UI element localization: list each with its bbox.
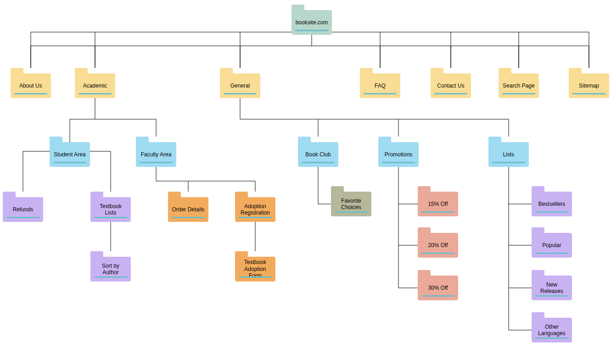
node-sitemap[interactable]: Sitemap <box>569 73 609 98</box>
label: Adoption Registration <box>238 203 273 216</box>
node-faq[interactable]: FAQ <box>360 73 400 98</box>
node-15-off[interactable]: 15% Off <box>418 192 458 216</box>
node-root[interactable]: booksite.com <box>291 10 332 35</box>
label: Refunds <box>13 206 34 213</box>
node-about-us[interactable]: About Us <box>11 73 51 98</box>
label: Search Page <box>503 83 534 89</box>
node-30-off[interactable]: 30% Off <box>418 276 458 300</box>
connectors-main <box>0 0 611 364</box>
node-other-languages[interactable]: Other Languages <box>532 318 572 342</box>
label: General <box>230 83 250 89</box>
node-textbook-lists[interactable]: Textbook Lists <box>90 197 131 222</box>
label: Other Languages <box>534 324 569 337</box>
label: FAQ <box>375 83 386 89</box>
label-root: booksite.com <box>296 19 328 26</box>
node-new-releases[interactable]: New Releases <box>532 276 572 300</box>
label: Sitemap <box>579 83 599 89</box>
node-20-off[interactable]: 20% Off <box>418 233 458 258</box>
node-student-area[interactable]: Student Area <box>50 142 90 167</box>
node-refunds[interactable]: Refunds <box>3 197 43 222</box>
label: 20% Off <box>428 242 448 248</box>
label: Academic <box>83 83 107 89</box>
node-contact-us[interactable]: Contact Us <box>431 73 471 98</box>
node-bestsellers[interactable]: Bestsellers <box>532 192 572 216</box>
node-promotions[interactable]: Promotions <box>378 142 419 167</box>
label: Faculty Area <box>141 151 172 158</box>
node-adoption-registration[interactable]: Adoption Registration <box>235 197 275 222</box>
node-order-details[interactable]: Order Details <box>168 197 208 222</box>
label: Favorite Choices <box>334 198 369 211</box>
label: Bestsellers <box>538 201 566 207</box>
connectors <box>0 0 611 364</box>
node-textbook-adoption-form[interactable]: Textbook Adoption Form <box>235 257 275 281</box>
label: 15% Off <box>428 201 448 207</box>
label: About Us <box>19 83 42 89</box>
label: Sort by Author <box>93 263 128 276</box>
node-favorite-choices[interactable]: Favorite Choices <box>331 192 371 216</box>
node-general[interactable]: General <box>220 73 260 98</box>
label: Book Club <box>305 151 331 158</box>
label: Popular <box>542 242 561 248</box>
label: 30% Off <box>428 285 448 291</box>
node-popular[interactable]: Popular <box>532 233 572 258</box>
label: Promotions <box>385 151 413 158</box>
node-sort-by-author[interactable]: Sort by Author <box>90 257 131 281</box>
label: Lists <box>503 151 515 158</box>
label: New Releases <box>534 281 569 295</box>
label: Order Details <box>172 206 205 213</box>
node-book-club[interactable]: Book Club <box>298 142 338 167</box>
label: Student Area <box>54 151 85 158</box>
node-academic[interactable]: Academic <box>75 73 115 98</box>
node-search-page[interactable]: Search Page <box>499 73 539 98</box>
node-faculty-area[interactable]: Faculty Area <box>136 142 176 167</box>
node-lists[interactable]: Lists <box>488 142 529 167</box>
label: Contact Us <box>437 83 464 89</box>
label: Textbook Lists <box>93 203 128 216</box>
